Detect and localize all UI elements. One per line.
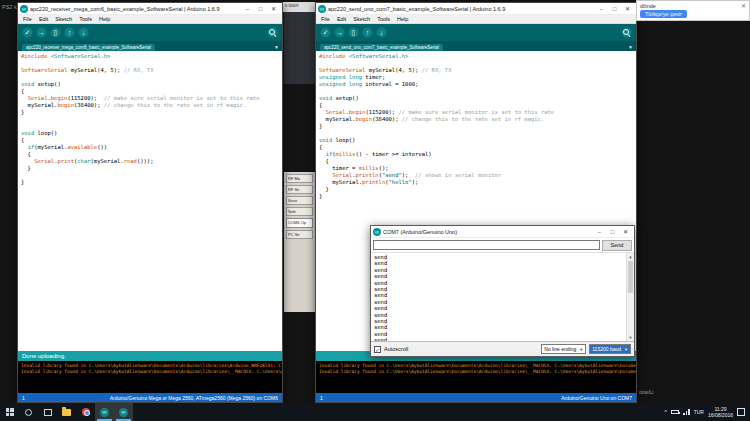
titlebar[interactable]: ∞ apc220_receiver_mega_com6_basic_exampl…: [18, 3, 282, 15]
start-button[interactable]: [0, 403, 19, 421]
serial-monitor-button[interactable]: [267, 27, 278, 38]
tab-bar: apc220_send_uno_com7_basic_example_Softw…: [316, 41, 636, 51]
close-icon[interactable]: ✕: [619, 226, 632, 237]
status-text: Done uploading.: [22, 353, 66, 359]
scrollbar-thumb[interactable]: [628, 261, 633, 293]
close-icon[interactable]: ✕: [621, 3, 634, 14]
minimize-icon[interactable]: –: [593, 226, 606, 237]
menu-help[interactable]: Help: [99, 16, 110, 22]
code-line: }: [319, 193, 633, 200]
upload-button[interactable]: →: [36, 27, 47, 38]
baud-rate-select[interactable]: 115200 baud ▼: [589, 344, 631, 354]
menu-sketch[interactable]: Sketch: [353, 16, 370, 22]
scroll-down-icon[interactable]: ▼: [627, 334, 634, 341]
code-line: {: [21, 151, 279, 158]
menu-file[interactable]: File: [321, 16, 330, 22]
code-line: }: [21, 179, 279, 186]
serial-monitor-button[interactable]: [621, 27, 632, 38]
menu-tools[interactable]: Tools: [79, 16, 92, 22]
save-settings-button[interactable]: Save: [286, 196, 313, 205]
menu-tools[interactable]: Tools: [377, 16, 390, 22]
code-line: [21, 116, 279, 123]
new-sketch-button[interactable]: ▯: [348, 27, 359, 38]
code-editor[interactable]: #include <SoftwareSerial.h> SoftwareSeri…: [18, 51, 282, 351]
scrollbar[interactable]: ▲ ▼: [626, 253, 634, 341]
verify-button[interactable]: ✓: [320, 27, 331, 38]
arduino-receiver-window: ∞ apc220_receiver_mega_com6_basic_exampl…: [17, 2, 283, 403]
com6-port-box[interactable]: COM6 Op: [286, 218, 313, 228]
chrome-icon: [82, 408, 90, 416]
save-sketch-button[interactable]: ↓: [78, 27, 89, 38]
serial-line: send: [374, 337, 624, 341]
file-explorer-button[interactable]: [57, 403, 76, 421]
board-info-bar: 1 Arduino/Genuino Uno on COM7: [316, 393, 636, 402]
rf-magic-button[interactable]: RF Ma: [286, 174, 313, 183]
close-icon[interactable]: ✕: [741, 2, 746, 9]
notification-center-icon[interactable]: [737, 408, 745, 416]
titlebar[interactable]: ∞ apc220_send_uno_com7_basic_example_Sof…: [316, 3, 636, 15]
menu-help[interactable]: Help: [397, 16, 408, 22]
autoscroll-checkbox[interactable]: ✓: [374, 346, 381, 353]
chrome-button[interactable]: [76, 403, 95, 421]
minimize-icon[interactable]: –: [241, 3, 254, 14]
tray-chevron-up-icon[interactable]: ^: [664, 409, 667, 415]
board-port-label: Arduino/Genuino Mega or Mega 2560, ATmeg…: [110, 395, 278, 401]
maximize-icon[interactable]: □: [608, 3, 621, 14]
line-ending-select[interactable]: No line ending ▼: [541, 344, 586, 354]
taskbar-arduino-sender[interactable]: ∞: [114, 403, 133, 421]
serial-monitor-footer: ✓ Autoscroll No line ending ▼ 115200 bau…: [371, 341, 634, 356]
open-sketch-button[interactable]: ↑: [362, 27, 373, 38]
menu-file[interactable]: File: [23, 16, 32, 22]
menu-edit[interactable]: Edit: [39, 16, 48, 22]
background-browser-title-fragment: s tutori: [283, 2, 315, 12]
network-icon[interactable]: [683, 409, 690, 415]
verify-button[interactable]: ✓: [22, 27, 33, 38]
code-line: timer = millis();: [319, 165, 633, 172]
baud-rate-value: 115200 baud: [592, 346, 621, 352]
tab-sketch[interactable]: apc220_receiver_mega_com6_basic_example_…: [22, 44, 155, 51]
open-sketch-button[interactable]: ↑: [64, 27, 75, 38]
console-output[interactable]: Invalid library found in C:\Users\AykutA…: [316, 361, 636, 393]
code-line: Serial.println("send"); // shown in seri…: [319, 172, 633, 179]
tab-bar: apc220_receiver_mega_com6_basic_example_…: [18, 41, 282, 51]
tab-sketch[interactable]: apc220_send_uno_com7_basic_example_Softw…: [320, 44, 443, 51]
tab-menu-icon[interactable]: ▼: [625, 44, 636, 51]
taskbar-arduino-receiver[interactable]: ∞: [95, 403, 114, 421]
titlebar[interactable]: ∞ COM7 (Arduino/Genuino Uno) – □ ✕: [371, 226, 634, 238]
autoscroll-label: Autoscroll: [384, 346, 408, 352]
scroll-up-icon[interactable]: ▲: [627, 253, 634, 260]
serial-monitor-title: COM7 (Arduino/Genuino Uno): [383, 229, 593, 235]
upload-button[interactable]: →: [334, 27, 345, 38]
maximize-icon[interactable]: □: [606, 226, 619, 237]
select-button[interactable]: Sele: [286, 207, 313, 216]
code-line: unsigned long timer;: [319, 74, 633, 81]
minimize-icon[interactable]: –: [595, 3, 608, 14]
code-line: [319, 130, 633, 137]
search-button[interactable]: [19, 403, 38, 421]
close-icon[interactable]: ✕: [267, 3, 280, 14]
battery-icon[interactable]: [671, 410, 679, 414]
new-sketch-button[interactable]: ▯: [50, 27, 61, 38]
clock-date: 16/08/2016: [708, 412, 733, 418]
board-port-label: Arduino/Genuino Uno on COM7: [561, 395, 632, 401]
menu-edit[interactable]: Edit: [337, 16, 346, 22]
rf-settings-button[interactable]: RF Se: [286, 185, 313, 194]
save-sketch-button[interactable]: ↓: [376, 27, 387, 38]
cursor-line-indicator: 1: [320, 395, 323, 401]
pc-settings-button[interactable]: PC Se: [286, 230, 313, 239]
console-output[interactable]: Invalid library found in C:\Users\AykutA…: [18, 361, 282, 393]
serial-input[interactable]: [373, 240, 600, 250]
translate-button[interactable]: Türkçe'ye çevir: [640, 10, 687, 18]
serial-output[interactable]: sendsendsendsendsendsendsendsendsendsend…: [371, 252, 634, 341]
code-line: {: [319, 158, 633, 165]
clock[interactable]: 11:29 16/08/2016: [708, 406, 733, 418]
send-button[interactable]: Send: [602, 240, 632, 251]
toolbar: ✓ → ▯ ↑ ↓: [316, 24, 636, 41]
code-line: [21, 172, 279, 179]
tab-menu-icon[interactable]: ▼: [271, 44, 282, 51]
language-indicator[interactable]: TUR: [694, 409, 704, 415]
code-line: #include <SoftwareSerial.h>: [319, 53, 633, 60]
menu-sketch[interactable]: Sketch: [55, 16, 72, 22]
task-view-button[interactable]: [38, 403, 57, 421]
maximize-icon[interactable]: □: [254, 3, 267, 14]
